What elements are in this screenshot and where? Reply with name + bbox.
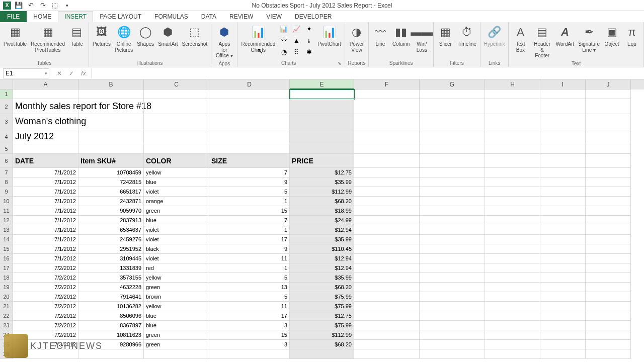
cell-C22[interactable]: blue — [144, 311, 209, 321]
cell-A21[interactable]: 7/2/2012 — [13, 302, 78, 311]
cell-J19[interactable] — [586, 283, 631, 292]
cell-H24[interactable] — [485, 330, 540, 340]
cell-G3[interactable] — [420, 114, 485, 129]
cell-C15[interactable]: black — [144, 244, 209, 254]
row-header-9[interactable]: 9 — [0, 187, 13, 197]
cell-A5[interactable] — [13, 144, 78, 154]
cell-B22[interactable]: 8506096 — [78, 311, 144, 321]
cell-J9[interactable] — [586, 187, 631, 197]
cell-H6[interactable] — [485, 154, 540, 168]
cell-G1[interactable] — [420, 89, 485, 99]
undo-icon[interactable]: ↶ — [26, 1, 35, 10]
cell-D21[interactable]: 11 — [209, 302, 290, 311]
cell-I22[interactable] — [540, 311, 586, 321]
cell-H4[interactable] — [485, 129, 540, 144]
cell-C1[interactable] — [144, 89, 209, 99]
cell-C16[interactable]: violet — [144, 254, 209, 263]
cell-B21[interactable]: 10136282 — [78, 302, 144, 311]
cell-E9[interactable]: $112.99 — [290, 187, 354, 197]
cell-I10[interactable] — [540, 197, 586, 206]
combo-chart-icon[interactable]: ⫰ — [303, 35, 315, 46]
cell-A14[interactable]: 7/1/2012 — [13, 235, 78, 244]
cell-G4[interactable] — [420, 129, 485, 144]
cell-A15[interactable]: 7/1/2012 — [13, 244, 78, 254]
cell-A4[interactable]: July 2012 — [13, 129, 78, 144]
equation-button[interactable]: πEqu — [622, 23, 641, 48]
cell-J22[interactable] — [586, 311, 631, 321]
col-header-A[interactable]: A — [13, 79, 78, 89]
cell-E3[interactable] — [290, 114, 354, 129]
cell-B3[interactable] — [78, 114, 144, 129]
cell-G2[interactable] — [420, 99, 485, 114]
tab-review[interactable]: REVIEW — [223, 11, 260, 22]
row-header-1[interactable]: 1 — [0, 89, 13, 99]
cancel-icon[interactable]: ✕ — [54, 68, 64, 78]
cell-J16[interactable] — [586, 254, 631, 263]
cell-I1[interactable] — [540, 89, 586, 99]
cell-F14[interactable] — [354, 235, 420, 244]
cell-J25[interactable] — [586, 340, 631, 349]
cell-E25[interactable]: $68.20 — [290, 340, 354, 349]
cell-G14[interactable] — [420, 235, 485, 244]
tab-formulas[interactable]: FORMULAS — [148, 11, 195, 22]
cell-H16[interactable] — [485, 254, 540, 263]
cell-I13[interactable] — [540, 225, 586, 235]
charts-dialog-launcher-icon[interactable]: ⬊ — [338, 61, 342, 66]
cell-D4[interactable] — [209, 129, 290, 144]
cell-G25[interactable] — [420, 340, 485, 349]
cell-D9[interactable]: 5 — [209, 187, 290, 197]
cell-A22[interactable]: 7/2/2012 — [13, 311, 78, 321]
cell-F4[interactable] — [354, 129, 420, 144]
cell-J2[interactable] — [586, 99, 631, 114]
cell-A6[interactable]: DATE — [13, 154, 78, 168]
cell-G17[interactable] — [420, 263, 485, 273]
cell-B18[interactable]: 3573155 — [78, 273, 144, 283]
cell-E22[interactable]: $12.75 — [290, 311, 354, 321]
cell-H5[interactable] — [485, 144, 540, 154]
shapes-button[interactable]: ◯Shapes — [135, 23, 155, 48]
screenshot-button[interactable]: ⬚Screenshot — [181, 23, 209, 48]
touch-mode-icon[interactable]: ⬚ — [50, 1, 59, 10]
qat-dropdown-icon[interactable]: ▾ — [62, 1, 71, 10]
cell-I23[interactable] — [540, 321, 586, 330]
column-chart-icon[interactable]: 📊 — [278, 23, 290, 34]
cell-I18[interactable] — [540, 273, 586, 283]
cell-H26[interactable] — [485, 349, 540, 359]
cell-A13[interactable]: 7/1/2012 — [13, 225, 78, 235]
cell-I21[interactable] — [540, 302, 586, 311]
cell-B9[interactable]: 6651817 — [78, 187, 144, 197]
cell-I11[interactable] — [540, 206, 586, 216]
cell-C11[interactable]: green — [144, 206, 209, 216]
cell-F17[interactable] — [354, 263, 420, 273]
cell-H25[interactable] — [485, 340, 540, 349]
cell-H18[interactable] — [485, 273, 540, 283]
cell-B19[interactable]: 4632228 — [78, 283, 144, 292]
cell-H8[interactable] — [485, 177, 540, 187]
cell-E8[interactable]: $35.99 — [290, 177, 354, 187]
tab-insert[interactable]: INSERT — [58, 11, 93, 22]
cell-A20[interactable]: 7/2/2012 — [13, 292, 78, 302]
row-header-21[interactable]: 21 — [0, 302, 13, 311]
cell-G21[interactable] — [420, 302, 485, 311]
col-header-F[interactable]: F — [354, 79, 420, 89]
cell-I2[interactable] — [540, 99, 586, 114]
pivotchart-button[interactable]: 📊PivotChart — [316, 23, 343, 48]
cell-D25[interactable]: 3 — [209, 340, 290, 349]
worksheet-grid[interactable]: ABCDEFGHIJ 12345678910111213141516171819… — [0, 79, 644, 361]
cells-area[interactable]: Monthly sales report for Store #18Woman'… — [13, 89, 631, 359]
cell-D16[interactable]: 11 — [209, 254, 290, 263]
cell-B4[interactable] — [78, 129, 144, 144]
row-header-11[interactable]: 11 — [0, 206, 13, 216]
cell-E6[interactable]: PRICE — [290, 154, 354, 168]
cell-H17[interactable] — [485, 263, 540, 273]
cell-E1[interactable] — [290, 89, 354, 99]
cell-E15[interactable]: $110.45 — [290, 244, 354, 254]
bar-chart-icon[interactable]: 📈 — [290, 23, 302, 34]
timeline-button[interactable]: ⏱Timeline — [456, 23, 477, 48]
cell-H11[interactable] — [485, 206, 540, 216]
cell-D5[interactable] — [209, 144, 290, 154]
cell-D24[interactable]: 15 — [209, 330, 290, 340]
cell-B11[interactable]: 9059970 — [78, 206, 144, 216]
row-header-15[interactable]: 15 — [0, 244, 13, 254]
cell-B17[interactable]: 1331839 — [78, 263, 144, 273]
